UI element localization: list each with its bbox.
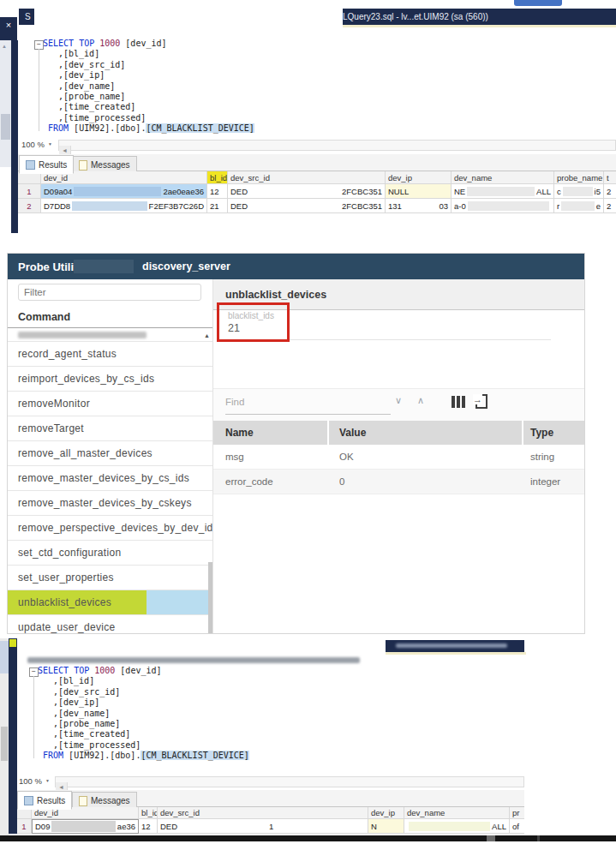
grid-cell[interactable]: 12 [139,819,158,834]
table-row[interactable]: 2D7DD8F2EF3B7C26D21DED2FCBC35113103a-0re… [18,199,616,213]
command-item-removeMonitor[interactable]: removeMonitor [8,392,213,416]
tab-results[interactable]: Results [17,791,72,810]
sql-editor[interactable]: SELECT TOP 1000 [dev_id],[bl_id],[dev_sr… [17,666,531,763]
column-header-t[interactable]: t [604,171,616,184]
command-item-remove_perspective_devices_by_dev_ids[interactable]: remove_perspective_devices_by_dev_ids [8,516,213,541]
grid-cell[interactable]: 12 [207,184,228,199]
sql-line: ,[time_created] [18,102,616,112]
grid-cell[interactable]: 1 [17,819,32,834]
column-header-dev_name[interactable]: dev_name [452,171,554,184]
column-header-probe_name[interactable]: probe_name [554,171,604,184]
zoom-dropdown-icon[interactable]: ▼ [45,778,50,783]
scrollbar-thumb[interactable] [1,114,10,140]
table-row[interactable]: 1D09a042ae0eae3612DED2FCBC351NULLNEALLci… [18,184,616,199]
command-item-remove_master_devices_by_cskeys[interactable]: remove_master_devices_by_cskeys [8,491,213,516]
find-next-icon[interactable]: ∨ [395,395,402,406]
grid-cell[interactable]: NULL [386,184,452,199]
command-item-unblacklist_devices[interactable]: unblacklist_devices [8,590,213,615]
grid-cell[interactable]: DED2FCBC351 [228,184,386,199]
results-grid-icon [26,160,35,170]
column-header-dev_src_id[interactable]: dev_src_id [158,807,368,819]
scrollbar-thumb[interactable] [1,727,8,761]
command-item-set_user_properties[interactable]: set_user_properties [8,566,213,590]
grid-cell[interactable]: 2 [604,199,616,213]
horizontal-scrollbar[interactable]: ◄ [58,140,616,151]
command-item-redacted[interactable] [8,328,213,342]
zoom-level[interactable]: 100 % [21,140,45,149]
table-row[interactable]: 1D09ae3612DED1NALLof [17,819,524,834]
grid-cell[interactable]: 13103 [386,199,452,213]
command-item-record_agent_status[interactable]: record_agent_status [8,342,213,367]
find-input[interactable]: Find [225,397,244,407]
grid-cell[interactable]: DED1 [158,819,368,834]
command-item-update_user_device[interactable]: update_user_device [8,615,213,634]
column-header-bl_id[interactable]: bl_id [139,807,158,819]
close-button[interactable]: × [0,17,17,40]
scroll-up-icon[interactable]: ▲ [2,44,7,49]
grid-cell[interactable]: 2 [604,184,616,199]
sql-line: ,[dev_src_id] [17,687,531,697]
zoom-level[interactable]: 100 % [19,776,42,786]
horizontal-scrollbar[interactable]: ◄ [55,776,524,787]
grid-cell[interactable]: ci5 [554,184,604,199]
browser-tab-fragment [514,0,562,6]
column-header-bl_id[interactable]: bl_id [207,171,228,184]
sql-editor[interactable]: SELECT TOP 1000 [dev_id],[bl_id],[dev_sr… [18,39,616,136]
filter-input[interactable] [18,284,201,301]
grid-cell[interactable]: D09ae36 [32,819,139,834]
grid-cell[interactable]: of [510,819,524,834]
grid-cell[interactable]: DED2FCBC351 [228,199,386,213]
sql-line: ,[probe_name] [17,719,531,729]
taskbar-segment [487,835,495,841]
sql-line: FROM [UIM92].[dbo].[CM_BLACKLIST_DEVICE] [18,123,616,134]
column-header-pr[interactable]: pr [510,807,524,819]
result-row[interactable]: error_code0integer [213,470,585,494]
probe-titlebar[interactable]: Probe Utility: discovery_server [8,254,585,279]
command-item-set_ctd_configuration[interactable]: set_ctd_configuration [8,541,213,566]
tab-results[interactable]: Results [19,155,74,174]
result-row[interactable]: msgOKstring [213,445,585,470]
breakpoint-marker [9,639,16,647]
list-scroll-up-icon[interactable]: ▲ [204,332,210,338]
result-column-Value[interactable]: Value [329,421,523,445]
grid-cell[interactable]: re [554,199,604,213]
redaction [179,822,267,831]
param-value[interactable]: 21 [228,322,287,334]
redaction [563,187,593,196]
command-item-reimport_devices_by_cs_ids[interactable]: reimport_devices_by_cs_ids [8,367,213,392]
command-item-removeTarget[interactable]: removeTarget [8,416,213,441]
zoom-dropdown-icon[interactable]: ▼ [48,141,52,147]
grid-cell[interactable]: NEALL [452,184,554,199]
command-item-remove_all_master_devices[interactable]: remove_all_master_devices [8,441,213,466]
columns-icon[interactable] [452,396,465,408]
sql-line: ,[dev_ip] [18,70,616,81]
titlebar-accent-line [343,25,616,27]
param-label: blacklist_ids [228,311,287,320]
grid-cell[interactable]: 21 [207,199,228,213]
left-scrollbar[interactable]: ▲ [0,40,11,167]
column-header-dev_name[interactable]: dev_name [404,807,510,819]
column-header-dev_src_id[interactable]: dev_src_id [228,171,386,184]
column-header-dev_ip[interactable]: dev_ip [368,807,404,819]
redaction-block [74,260,134,273]
export-icon[interactable]: → [475,394,487,407]
grid-cell[interactable]: ALL [404,819,510,834]
redaction [249,201,340,211]
grid-cell[interactable]: 2 [18,199,41,213]
result-column-Type[interactable]: Type [523,421,585,445]
grid-cell[interactable]: D09a042ae0eae36 [41,184,207,199]
tab-results-label: Results [37,796,65,805]
find-prev-icon[interactable]: ∧ [417,395,424,406]
command-detail-panel: unblacklist_devices blacklist_ids 21 Fin… [213,279,585,634]
redacted-code-line [27,657,360,663]
column-header-dev_ip[interactable]: dev_ip [386,171,452,184]
command-item-remove_master_devices_by_cs_ids[interactable]: remove_master_devices_by_cs_ids [8,466,213,491]
grid-cell[interactable]: a-0 [452,199,554,213]
sql-line: ,[dev_src_id] [18,60,616,70]
left-scrollbar[interactable] [0,638,9,835]
grid-cell[interactable]: D7DD8F2EF3B7C26D [41,199,207,213]
editor-left-rail [9,638,17,834]
result-column-Name[interactable]: Name [213,421,329,445]
grid-cell[interactable]: 1 [18,184,41,199]
grid-cell[interactable]: N [368,819,404,834]
